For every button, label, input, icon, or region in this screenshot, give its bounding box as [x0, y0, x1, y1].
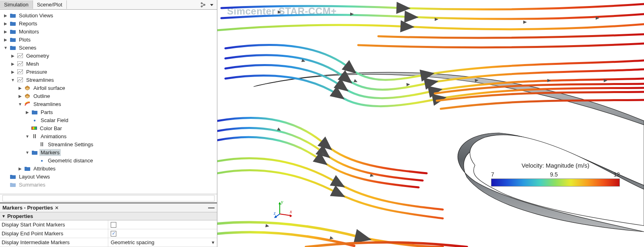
tree-plots[interactable]: ▶ Plots — [3, 35, 217, 44]
prop-display-end-markers: Display End Point Markers ✓ — [0, 229, 217, 238]
tree-streamlines-displayer[interactable]: ▼ Streamlines — [18, 100, 217, 108]
axis-y-label: y — [281, 199, 283, 205]
properties-panel-title: Markers - Properties — [2, 205, 53, 211]
checkbox-display-start[interactable] — [111, 222, 116, 228]
tree-summaries[interactable]: ▶ Summaries — [3, 181, 217, 189]
svg-rect-11 — [33, 134, 34, 138]
properties-close-icon[interactable]: ✕ — [55, 205, 59, 211]
folder-icon — [10, 173, 16, 180]
svg-rect-6 — [17, 77, 23, 82]
tree-pressure[interactable]: ▶ Pressure — [10, 68, 217, 76]
properties-section-header[interactable]: ▼ Properties — [0, 212, 217, 220]
svg-marker-16 — [278, 10, 281, 14]
svg-marker-23 — [407, 83, 411, 86]
tree-reports[interactable]: ▶ Reports — [3, 19, 217, 27]
tree-outline[interactable]: ▶ Outline — [18, 92, 217, 100]
properties-panel: Markers - Properties ✕ — ▼ Properties Di… — [0, 203, 217, 247]
tree-label: Geometric distance — [47, 157, 94, 164]
tree-label: Plots — [18, 36, 32, 43]
legend-max: 12 — [613, 171, 620, 178]
svg-rect-4 — [17, 61, 23, 66]
svg-rect-13 — [41, 142, 41, 146]
folder-icon — [10, 181, 16, 188]
tree-scenes[interactable]: ▼ Scenes — [3, 44, 217, 52]
tree-label: Markers — [39, 149, 61, 156]
tree-label: Airfoil surface — [32, 85, 66, 91]
tree-color-bar[interactable]: ▶ Color Bar — [25, 124, 217, 132]
tree-scalar-field[interactable]: ▶ ● Scalar Field — [25, 116, 217, 124]
tree-airfoil-surface[interactable]: ▶ Airfoil surface — [18, 84, 217, 92]
tree-label: Layout Views — [18, 173, 51, 180]
tree-label: Reports — [18, 20, 39, 27]
scene-icon — [17, 60, 23, 67]
tree-mesh[interactable]: ▶ Mesh — [10, 60, 217, 68]
tree-label: Streamline Settings — [47, 141, 95, 148]
tree-geometry[interactable]: ▶ Geometry — [10, 52, 217, 60]
prop-display-start-markers: Display Start Point Markers — [0, 220, 217, 229]
simulation-tree[interactable]: ▶ Solution Views ▶ Reports ▶ Monitors ▶ — [0, 10, 217, 194]
folder-icon — [10, 12, 16, 19]
tree-filter-bar — [0, 194, 217, 203]
folder-icon — [10, 20, 16, 27]
chevron-down-icon: ▼ — [2, 214, 6, 218]
tree-label: Animations — [39, 133, 68, 140]
tree-markers[interactable]: ▼ Markers — [25, 148, 217, 156]
axis-z-label: z — [274, 210, 276, 216]
tree-label: Color Bar — [39, 125, 63, 132]
tree-streamlines-scene[interactable]: ▼ Streamlines — [10, 76, 217, 84]
svg-marker-25 — [547, 79, 551, 82]
tree-solution-views[interactable]: ▶ Solution Views — [3, 11, 217, 19]
scene-icon — [17, 77, 23, 83]
tree-label: Mesh — [25, 60, 40, 67]
tree-link-icon[interactable] — [199, 1, 206, 8]
tree-parts[interactable]: ▶ Parts — [25, 108, 217, 116]
tree-label: Scalar Field — [39, 117, 70, 124]
svg-rect-5 — [17, 69, 23, 74]
folder-icon — [10, 44, 16, 51]
tab-simulation[interactable]: Simulation — [0, 0, 33, 9]
svg-rect-3 — [17, 53, 23, 58]
animation-icon — [39, 141, 45, 147]
property-value[interactable]: Geometric spacing — [111, 239, 154, 245]
tree-streamline-settings[interactable]: ▶ Streamline Settings — [32, 140, 217, 148]
tree-animations[interactable]: ▼ Animations — [25, 132, 217, 140]
dot-icon: ● — [31, 117, 38, 123]
tree-monitors[interactable]: ▶ Monitors — [3, 27, 217, 35]
tree-attributes[interactable]: ▶ Attributes — [18, 164, 217, 172]
scene-3d-view[interactable]: Simcenter STAR-CCM+ — [217, 0, 644, 247]
property-key: Display Start Point Markers — [0, 222, 108, 228]
legend-colorbar — [491, 179, 620, 187]
svg-marker-30 — [265, 224, 269, 228]
tree-label: Attributes — [32, 165, 57, 172]
scene-icon — [17, 68, 23, 75]
tree-filter-input[interactable] — [2, 195, 215, 201]
dropdown-icon[interactable]: ▾ — [212, 239, 215, 245]
tree-label: Monitors — [18, 28, 40, 35]
property-key: Display End Point Markers — [0, 230, 108, 237]
tree-label: Geometry — [25, 52, 50, 59]
axis-triad: y x z — [274, 199, 294, 219]
property-key: Display Intermediate Markers — [0, 239, 108, 245]
svg-marker-35 — [290, 214, 292, 217]
tree-label: Scenes — [18, 44, 37, 51]
animation-icon — [31, 133, 38, 139]
tab-sceneplot[interactable]: Scene/Plot — [33, 0, 67, 9]
tree-geometric-distance[interactable]: ▶ ● Geometric distance — [32, 156, 217, 164]
axis-x-label: x — [289, 209, 292, 214]
tree-label: Pressure — [25, 68, 48, 75]
layer-icon — [24, 85, 31, 91]
streamline-icon — [24, 101, 31, 107]
left-panel: Simulation Scene/Plot ▶ Solution Views ▶… — [0, 0, 217, 247]
properties-section-label: Properties — [7, 213, 33, 219]
legend-mid: 9.5 — [550, 171, 557, 178]
tree-layout-views[interactable]: ▶ Layout Views — [3, 172, 217, 181]
legend-title: Velocity: Magnitude (m/s) — [491, 162, 620, 169]
legend-min: 7 — [491, 171, 494, 178]
tree-label: Streamlines — [32, 101, 62, 108]
folder-icon — [31, 109, 38, 115]
svg-rect-14 — [42, 142, 43, 146]
properties-minimize-icon[interactable]: — — [208, 206, 215, 210]
tabs-dropdown-icon[interactable] — [208, 1, 215, 8]
colorbar-icon — [31, 127, 37, 130]
checkbox-display-end[interactable]: ✓ — [111, 231, 116, 237]
